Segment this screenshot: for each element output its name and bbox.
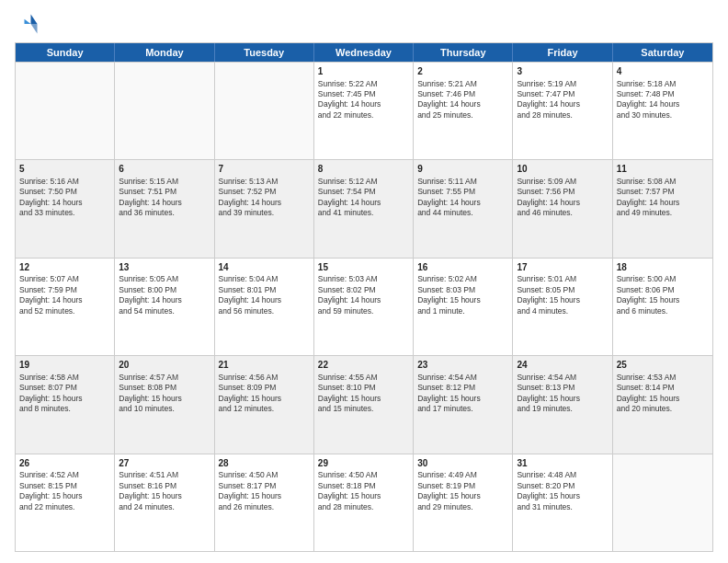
calendar-cell-23: 23Sunrise: 4:54 AMSunset: 8:12 PMDayligh… — [414, 356, 513, 453]
header-day-friday: Friday — [513, 43, 612, 62]
day-info-line: Sunrise: 5:12 AM — [318, 177, 409, 187]
day-info-line: Sunrise: 4:48 AM — [517, 470, 608, 480]
day-info-line: Daylight: 15 hours — [19, 491, 110, 501]
day-info-line: Daylight: 14 hours — [617, 198, 709, 208]
calendar-cell-12: 12Sunrise: 5:07 AMSunset: 7:59 PMDayligh… — [16, 259, 115, 355]
day-info-line: Sunset: 8:19 PM — [417, 481, 508, 491]
calendar-cell-11: 11Sunrise: 5:08 AMSunset: 7:57 PMDayligh… — [613, 160, 712, 257]
day-info-line: and 20 minutes. — [617, 404, 709, 414]
day-number: 23 — [417, 359, 508, 372]
day-info-line: Sunrise: 5:13 AM — [219, 177, 310, 187]
day-info-line: Daylight: 15 hours — [119, 491, 210, 501]
svg-marker-1 — [31, 24, 38, 34]
calendar-row-2: 12Sunrise: 5:07 AMSunset: 7:59 PMDayligh… — [16, 258, 712, 355]
day-number: 9 — [417, 163, 508, 176]
calendar-cell-3: 3Sunrise: 5:19 AMSunset: 7:47 PMDaylight… — [513, 63, 612, 159]
day-info-line: and 36 minutes. — [119, 208, 210, 218]
day-info-line: and 30 minutes. — [617, 110, 709, 121]
day-info-line: Sunset: 8:13 PM — [517, 383, 608, 393]
header-day-saturday: Saturday — [613, 43, 712, 62]
day-info-line: Sunset: 7:57 PM — [617, 187, 709, 197]
day-number: 21 — [219, 359, 310, 372]
calendar-row-1: 5Sunrise: 5:16 AMSunset: 7:50 PMDaylight… — [16, 159, 712, 257]
day-info-line: Sunset: 8:20 PM — [517, 481, 608, 491]
calendar-cell-24: 24Sunrise: 4:54 AMSunset: 8:13 PMDayligh… — [513, 356, 612, 453]
day-info-line: Sunset: 8:07 PM — [19, 383, 110, 393]
day-info-line: and 17 minutes. — [417, 404, 508, 414]
day-info-line: and 24 minutes. — [119, 502, 210, 512]
day-info-line: Sunset: 8:12 PM — [417, 383, 508, 393]
day-info-line: Sunset: 7:54 PM — [318, 187, 409, 197]
day-info-line: Sunrise: 5:18 AM — [617, 79, 709, 89]
header-day-sunday: Sunday — [16, 43, 115, 62]
calendar-cell-30: 30Sunrise: 4:49 AMSunset: 8:19 PMDayligh… — [414, 454, 513, 551]
day-info-line: Sunrise: 5:04 AM — [219, 274, 310, 284]
day-info-line: and 56 minutes. — [219, 306, 310, 316]
day-info-line: and 15 minutes. — [318, 404, 409, 414]
day-number: 6 — [119, 163, 210, 176]
calendar-cell-empty-0-1 — [115, 63, 214, 159]
day-info-line: and 1 minute. — [417, 306, 508, 316]
day-info-line: Daylight: 15 hours — [617, 295, 709, 305]
day-number: 1 — [318, 65, 409, 78]
day-info-line: Sunrise: 5:08 AM — [617, 177, 709, 187]
day-number: 3 — [517, 65, 608, 78]
day-info-line: Sunrise: 4:53 AM — [617, 373, 709, 383]
day-info-line: Daylight: 15 hours — [219, 491, 310, 501]
day-number: 11 — [617, 163, 709, 176]
day-info-line: Sunrise: 5:00 AM — [617, 274, 709, 284]
day-info-line: Sunrise: 4:49 AM — [417, 470, 508, 480]
day-info-line: and 25 minutes. — [417, 110, 508, 121]
day-info-line: and 12 minutes. — [219, 404, 310, 414]
day-info-line: and 39 minutes. — [219, 208, 310, 218]
day-info-line: Sunset: 8:05 PM — [517, 285, 608, 295]
day-info-line: Sunrise: 4:55 AM — [318, 373, 409, 383]
calendar-cell-empty-0-2 — [215, 63, 314, 159]
calendar-row-0: 1Sunrise: 5:22 AMSunset: 7:45 PMDaylight… — [16, 62, 712, 159]
day-info-line: Daylight: 15 hours — [417, 295, 508, 305]
day-info-line: Sunrise: 4:58 AM — [19, 373, 110, 383]
day-number: 25 — [617, 359, 709, 372]
calendar-cell-27: 27Sunrise: 4:51 AMSunset: 8:16 PMDayligh… — [115, 454, 214, 551]
day-info-line: and 6 minutes. — [617, 306, 709, 316]
day-info-line: and 22 minutes. — [19, 502, 110, 512]
page: SundayMondayTuesdayWednesdayThursdayFrid… — [0, 0, 728, 563]
day-info-line: Sunset: 8:10 PM — [318, 383, 409, 393]
svg-marker-0 — [31, 15, 38, 25]
day-info-line: Sunset: 8:18 PM — [318, 481, 409, 491]
day-info-line: Sunset: 8:06 PM — [617, 285, 709, 295]
calendar-cell-28: 28Sunrise: 4:50 AMSunset: 8:17 PMDayligh… — [215, 454, 314, 551]
day-info-line: and 29 minutes. — [417, 502, 508, 512]
svg-marker-2 — [25, 19, 31, 24]
calendar-cell-8: 8Sunrise: 5:12 AMSunset: 7:54 PMDaylight… — [314, 160, 414, 257]
day-info-line: Daylight: 15 hours — [517, 491, 608, 501]
day-info-line: Sunrise: 5:05 AM — [119, 274, 210, 284]
day-info-line: Sunset: 8:03 PM — [417, 285, 508, 295]
day-info-line: and 10 minutes. — [119, 404, 210, 414]
day-number: 13 — [119, 261, 210, 274]
day-number: 2 — [417, 65, 508, 78]
day-info-line: and 26 minutes. — [219, 502, 310, 512]
day-info-line: Sunrise: 5:19 AM — [517, 79, 608, 89]
calendar: SundayMondayTuesdayWednesdayThursdayFrid… — [15, 42, 713, 552]
day-info-line: Sunrise: 5:11 AM — [417, 177, 508, 187]
calendar-header: SundayMondayTuesdayWednesdayThursdayFrid… — [16, 43, 712, 62]
day-info-line: and 52 minutes. — [19, 306, 110, 316]
day-info-line: Sunset: 8:15 PM — [19, 481, 110, 491]
day-info-line: Sunset: 7:51 PM — [119, 187, 210, 197]
day-info-line: Daylight: 15 hours — [617, 394, 709, 404]
day-info-line: Daylight: 15 hours — [517, 394, 608, 404]
day-info-line: Sunset: 8:14 PM — [617, 383, 709, 393]
day-info-line: Sunset: 7:56 PM — [517, 187, 608, 197]
day-info-line: Daylight: 14 hours — [617, 99, 709, 109]
day-info-line: Sunrise: 4:56 AM — [219, 373, 310, 383]
day-info-line: Sunrise: 5:22 AM — [318, 79, 409, 89]
day-info-line: Sunrise: 5:03 AM — [318, 274, 409, 284]
day-info-line: Sunset: 7:47 PM — [517, 89, 608, 99]
day-number: 7 — [219, 163, 310, 176]
day-info-line: Sunrise: 4:54 AM — [417, 373, 508, 383]
calendar-cell-7: 7Sunrise: 5:13 AMSunset: 7:52 PMDaylight… — [215, 160, 314, 257]
calendar-cell-2: 2Sunrise: 5:21 AMSunset: 7:46 PMDaylight… — [414, 63, 513, 159]
day-info-line: Sunrise: 4:51 AM — [119, 470, 210, 480]
day-info-line: Daylight: 15 hours — [417, 491, 508, 501]
